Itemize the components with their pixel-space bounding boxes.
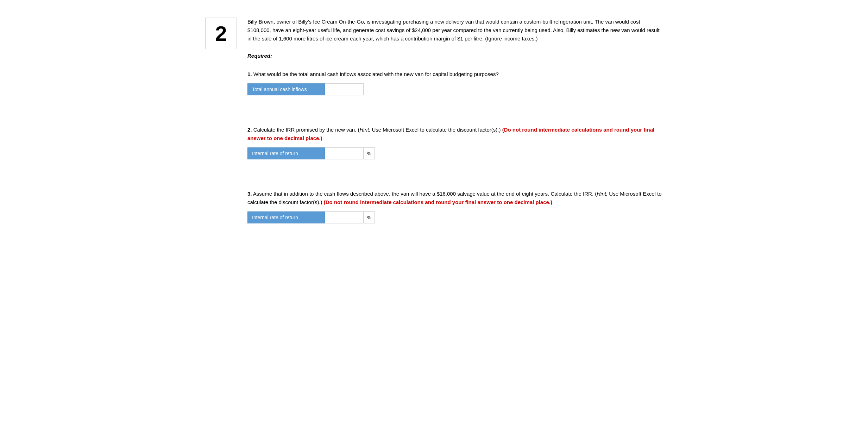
required-section: Required: bbox=[247, 53, 663, 60]
part3-text: Assume that in addition to the cash flow… bbox=[253, 191, 597, 197]
part2-hint-label: Hint: bbox=[360, 127, 371, 133]
part2-question-text: 2. Calculate the IRR promised by the new… bbox=[247, 126, 663, 143]
part1-input-row: Total annual cash inflows bbox=[247, 83, 663, 95]
part2-input-row: Internal rate of return % bbox=[247, 147, 663, 159]
part2-hint-text: Use Microsoft Excel to calculate the dis… bbox=[370, 127, 501, 133]
intro-text: Billy Brown, owner of Billy's Ice Cream … bbox=[247, 18, 663, 43]
required-label: Required: bbox=[247, 53, 663, 59]
part1-block: 1. What would be the total annual cash i… bbox=[247, 70, 663, 95]
part2-number: 2. bbox=[247, 127, 252, 133]
page-container: 2 Billy Brown, owner of Billy's Ice Crea… bbox=[205, 11, 663, 230]
separator1 bbox=[247, 105, 663, 116]
part3-warning: (Do not round intermediate calculations … bbox=[324, 199, 552, 205]
part2-percent-label: % bbox=[364, 147, 375, 159]
part3-block: 3. Assume that in addition to the cash f… bbox=[247, 190, 663, 223]
part2-block: 2. Calculate the IRR promised by the new… bbox=[247, 126, 663, 159]
part3-question-text: 3. Assume that in addition to the cash f… bbox=[247, 190, 663, 207]
part3-input-row: Internal rate of return % bbox=[247, 211, 663, 223]
part1-question-text: 1. What would be the total annual cash i… bbox=[247, 70, 663, 78]
part3-hint-label: Hint: bbox=[597, 191, 608, 197]
part3-input-label: Internal rate of return bbox=[247, 211, 325, 223]
part3-percent-label: % bbox=[364, 211, 375, 223]
question-number-box: 2 bbox=[205, 18, 237, 49]
part3-input-field[interactable] bbox=[325, 211, 364, 223]
part2-text: Calculate the IRR promised by the new va… bbox=[253, 127, 360, 133]
part2-input-field[interactable] bbox=[325, 147, 364, 159]
question-number: 2 bbox=[215, 21, 227, 46]
part2-input-label: Internal rate of return bbox=[247, 147, 325, 159]
part1-input-field[interactable] bbox=[325, 83, 364, 95]
part3-number: 3. bbox=[247, 191, 252, 197]
content-area: Billy Brown, owner of Billy's Ice Cream … bbox=[247, 18, 663, 223]
part1-text: What would be the total annual cash infl… bbox=[253, 71, 499, 77]
separator2 bbox=[247, 169, 663, 180]
part1-number: 1. bbox=[247, 71, 252, 77]
part1-input-label: Total annual cash inflows bbox=[247, 83, 325, 95]
